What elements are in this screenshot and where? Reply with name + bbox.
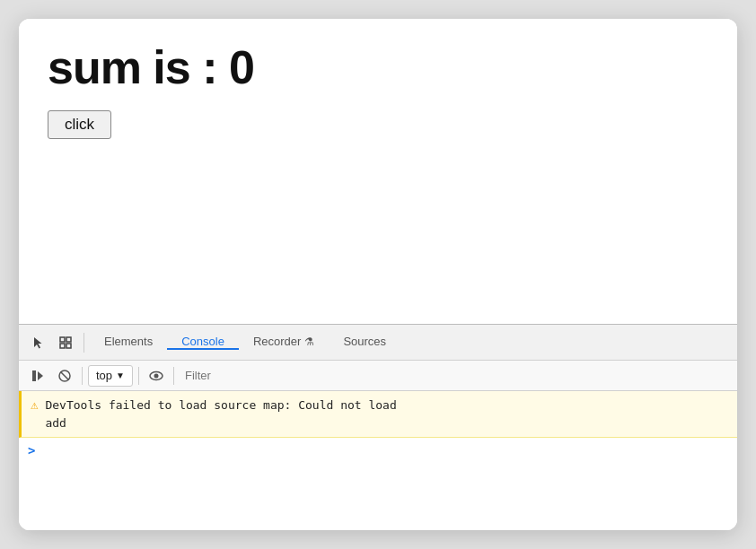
svg-rect-2 bbox=[60, 344, 65, 348]
toolbar-divider-1 bbox=[84, 333, 84, 353]
svg-line-7 bbox=[61, 371, 69, 379]
svg-point-9 bbox=[154, 373, 158, 378]
dropdown-arrow-icon: ▼ bbox=[116, 370, 125, 380]
inspect-icon[interactable] bbox=[53, 330, 78, 355]
tab-console[interactable]: Console bbox=[167, 335, 239, 350]
block-icon[interactable] bbox=[53, 364, 76, 388]
sum-heading: sum is : 0 bbox=[48, 40, 708, 94]
devtools-panel: Elements Console Recorder ⚗ Sources bbox=[19, 324, 737, 530]
warning-text: DevTools failed to load source map: Coul… bbox=[45, 396, 728, 431]
devtools-tabs: Elements Console Recorder ⚗ Sources bbox=[90, 335, 730, 350]
console-output: ⚠ DevTools failed to load source map: Co… bbox=[19, 391, 737, 530]
console-separator-2 bbox=[138, 367, 139, 385]
console-secondary-toolbar: top ▼ bbox=[19, 361, 737, 391]
prompt-chevron: > bbox=[28, 443, 35, 458]
devtools-toolbar: Elements Console Recorder ⚗ Sources bbox=[19, 325, 737, 361]
tab-elements[interactable]: Elements bbox=[90, 335, 167, 350]
recorder-flask-icon: ⚗ bbox=[304, 336, 314, 348]
eye-icon[interactable] bbox=[145, 364, 168, 388]
play-icon[interactable] bbox=[26, 364, 49, 388]
svg-rect-0 bbox=[60, 337, 65, 342]
top-dropdown[interactable]: top ▼ bbox=[88, 365, 133, 387]
browser-window: sum is : 0 click bbox=[19, 19, 737, 530]
svg-rect-4 bbox=[32, 370, 36, 381]
console-prompt-row: > bbox=[19, 438, 737, 463]
svg-rect-3 bbox=[66, 344, 71, 348]
tab-sources[interactable]: Sources bbox=[329, 335, 400, 350]
warning-row: ⚠ DevTools failed to load source map: Co… bbox=[19, 391, 737, 438]
cursor-icon[interactable] bbox=[26, 330, 51, 355]
top-label: top bbox=[96, 369, 112, 382]
svg-rect-1 bbox=[66, 337, 71, 342]
page-content: sum is : 0 click bbox=[19, 19, 737, 324]
warning-icon: ⚠ bbox=[31, 397, 38, 412]
filter-input[interactable] bbox=[180, 367, 730, 384]
click-button[interactable]: click bbox=[48, 110, 111, 139]
console-separator-3 bbox=[173, 367, 174, 385]
console-separator-1 bbox=[82, 367, 83, 385]
svg-marker-5 bbox=[38, 371, 43, 380]
tab-recorder[interactable]: Recorder ⚗ bbox=[239, 335, 329, 350]
